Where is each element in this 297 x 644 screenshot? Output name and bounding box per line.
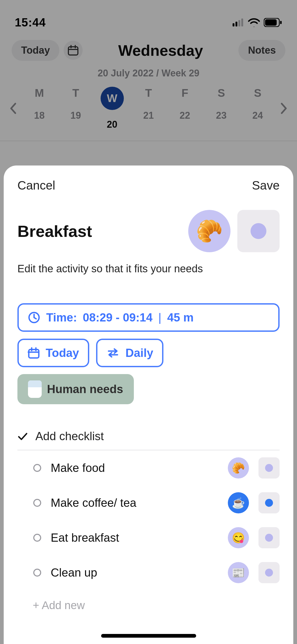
time-chip-sep: | [158,311,161,324]
croissant-icon: 🥐 [196,218,223,244]
time-chip-prefix: Time: [46,311,77,324]
checklist-item-emoji-button[interactable]: 📰 [228,562,249,583]
date-chip[interactable]: Today [17,339,89,367]
checklist-item[interactable]: Make coffee/ tea☕ [17,485,280,520]
category-chip-label: Human needs [47,383,123,396]
checklist-header[interactable]: Add checklist [17,430,280,450]
checklist-item-emoji-button[interactable]: ☕ [228,492,249,513]
checklist-item-color-button[interactable] [258,457,280,479]
time-chip-range: 08:29 - 09:14 [83,311,153,324]
checklist-radio[interactable] [33,569,41,577]
checklist-item[interactable]: Make food🥐 [17,450,280,485]
checklist-item-color-button[interactable] [258,492,280,513]
checklist-item-label: Clean up [51,566,218,579]
checklist-item-emoji-icon: 🥐 [232,462,245,474]
repeat-chip-label: Daily [125,346,153,360]
date-chip-label: Today [46,346,79,360]
checklist-item-color-dot-icon [265,569,273,577]
checklist-header-label: Add checklist [35,430,104,443]
time-chip[interactable]: Time: 08:29 - 09:14 | 45 m [17,303,280,332]
activity-edit-sheet: Cancel Save Breakfast 🥐 Edit the activit… [4,165,293,644]
activity-title: Breakfast [17,222,92,241]
checklist-item-label: Make food [51,461,218,475]
clock-icon [28,311,40,324]
calendar-icon [28,347,40,359]
checklist-item[interactable]: Clean up📰 [17,555,280,590]
home-indicator[interactable] [101,634,196,638]
save-button[interactable]: Save [252,178,280,192]
checklist-item-emoji-icon: ☕ [232,497,245,509]
color-dot-icon [251,223,266,239]
activity-color-picker[interactable] [237,210,280,252]
checklist-item-color-button[interactable] [258,562,280,583]
time-chip-duration: 45 m [167,311,194,324]
checklist-item-color-dot-icon [265,464,273,472]
checklist-item[interactable]: Eat breakfast😋 [17,520,280,555]
checkmark-icon [17,431,28,441]
cancel-button[interactable]: Cancel [17,178,55,192]
checklist-radio[interactable] [33,534,41,542]
checklist-item-color-dot-icon [265,534,273,542]
checklist-item-emoji-button[interactable]: 😋 [228,527,249,548]
checklist-item-color-button[interactable] [258,527,280,548]
repeat-chip[interactable]: Daily [96,339,163,367]
svg-rect-12 [29,349,39,358]
activity-emoji-picker[interactable]: 🥐 [188,210,230,252]
checklist-item-color-dot-icon [265,499,273,507]
cup-icon [28,380,42,398]
checklist-item-emoji-icon: 😋 [232,532,245,544]
add-checklist-item-button[interactable]: + Add new [17,590,280,612]
activity-subtitle: Edit the activity so that it fits your n… [17,263,280,275]
checklist-item-label: Eat breakfast [51,531,218,544]
category-chip[interactable]: Human needs [17,374,134,404]
checklist-item-emoji-button[interactable]: 🥐 [228,457,249,479]
checklist-radio[interactable] [33,464,41,472]
repeat-icon [106,347,120,359]
checklist-item-emoji-icon: 📰 [232,567,245,579]
checklist-item-label: Make coffee/ tea [51,496,218,509]
checklist-radio[interactable] [33,499,41,507]
